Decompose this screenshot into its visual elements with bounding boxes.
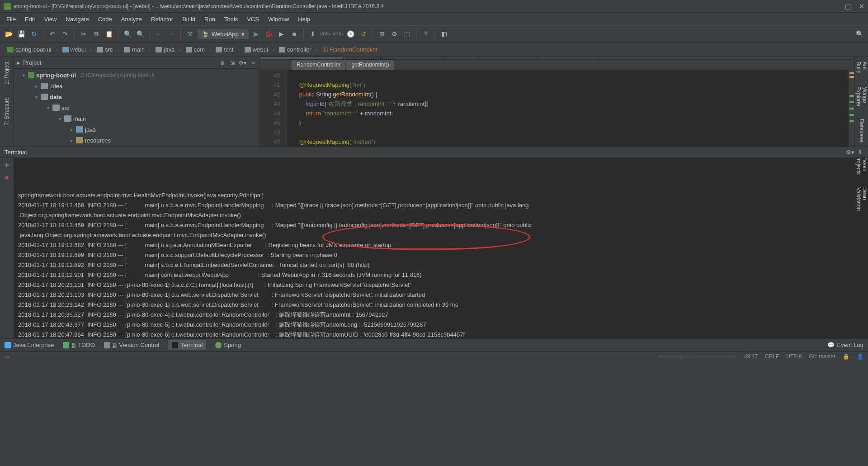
btn-version-control[interactable]: 9: Version Control <box>104 342 159 348</box>
code-content[interactable]: @RequestMapping("/int") public String ge… <box>287 70 848 147</box>
crumb-src[interactable]: src <box>94 45 115 54</box>
crumb-class-btn[interactable]: RandomController <box>292 60 345 70</box>
sync-icon[interactable]: ↻ <box>29 29 39 39</box>
crumb-java[interactable]: java <box>153 45 177 54</box>
menu-analyze[interactable]: Analyze <box>118 15 146 24</box>
cut-icon[interactable]: ✂ <box>79 29 89 39</box>
stop-icon[interactable]: ■ <box>289 29 299 39</box>
menu-run[interactable]: Run <box>201 15 219 24</box>
menu-view[interactable]: View <box>40 15 60 24</box>
window-title: spring-boot-ui - [D:\Git\repository\spri… <box>14 3 830 10</box>
crumb-class[interactable]: ⓒ RandomController <box>320 45 381 55</box>
file-encoding[interactable]: UTF-8 <box>786 353 802 360</box>
scroll-from-source-icon[interactable]: ⊚ <box>219 59 226 67</box>
app-icon <box>4 3 11 10</box>
tool-project[interactable]: 1: Project <box>3 60 11 86</box>
hide-icon[interactable]: ⇥ <box>249 59 256 67</box>
crumb-test[interactable]: test <box>213 45 236 54</box>
crumb-module[interactable]: webui <box>60 45 89 54</box>
minimize-button[interactable]: — <box>830 3 837 10</box>
project-dropdown-icon[interactable]: ▸ <box>17 59 20 66</box>
find-icon[interactable]: 🔍 <box>123 29 132 39</box>
terminal-sidebar: + × <box>0 158 14 338</box>
terminal-hide-icon[interactable]: ⇩ <box>856 149 863 156</box>
search-everywhere-icon[interactable]: 🔍 <box>854 29 864 39</box>
crumb-root[interactable]: spring-boot-ui <box>5 45 54 54</box>
copy-icon[interactable]: ⧉ <box>91 29 101 39</box>
status-extra-icon[interactable]: 👤 <box>857 353 863 360</box>
vcs-update-icon[interactable]: ⬇ <box>308 29 318 39</box>
tab-webuiapp[interactable]: WebuiApp.java× <box>538 57 600 59</box>
new-session-icon[interactable]: + <box>5 161 9 170</box>
paste-icon[interactable]: 📋 <box>104 29 114 39</box>
help-icon[interactable]: ? <box>421 29 431 39</box>
lock-icon[interactable]: 🔒 <box>843 353 849 360</box>
gear-icon[interactable]: ⚙▾ <box>239 59 246 67</box>
git-branch[interactable]: Git: master <box>809 353 835 360</box>
build-icon[interactable]: ⚒ <box>185 29 195 39</box>
close-button[interactable]: ✕ <box>859 3 864 10</box>
vcs-commit-icon[interactable]: VCS↓ <box>321 29 330 39</box>
btn-java-enterprise[interactable]: Java Enterprise <box>5 342 54 348</box>
tab-webui[interactable]: webui× <box>343 57 382 59</box>
terminal-output[interactable]: springframework.boot.actuate.endpoint.mv… <box>14 158 868 338</box>
menu-navigate[interactable]: Navigate <box>62 15 92 24</box>
run-config-selector[interactable]: 🍃 WebuiApp ▾ <box>198 29 249 39</box>
tool-ant[interactable]: Ant Build <box>854 60 868 76</box>
run-icon[interactable]: ▶ <box>251 29 261 39</box>
replace-icon[interactable]: 🔍 <box>135 29 145 39</box>
tab-spring-boot-ui[interactable]: spring-boot-ui× <box>478 57 538 59</box>
tool-structure[interactable]: 7: Structure <box>3 95 11 127</box>
tool-database[interactable]: Database <box>858 117 866 144</box>
back-icon[interactable]: ← <box>154 29 164 39</box>
menu-vcs[interactable]: VCS <box>243 15 263 24</box>
status-bar: ▭ https://blog.csdn.net/SmilePerShine 43… <box>0 351 868 361</box>
tab-random-controller[interactable]: RandomController.java× <box>260 57 343 59</box>
revert-icon[interactable]: ↺ <box>359 29 368 39</box>
crumb-main[interactable]: main <box>121 45 147 54</box>
structure-icon[interactable]: ⊞ <box>377 29 387 39</box>
crumb-webui[interactable]: webui <box>242 45 271 54</box>
vcs-push-icon[interactable]: VCS↑ <box>333 29 343 39</box>
redo-icon[interactable]: ↷ <box>60 29 70 39</box>
tab-application-yml[interactable]: application.yml× <box>382 57 443 59</box>
save-icon[interactable]: 💾 <box>16 29 26 39</box>
code-editor[interactable]: 4041424344454647 @RequestMapping("/int")… <box>260 70 854 147</box>
debug-icon[interactable]: 🐞 <box>264 29 274 39</box>
menu-file[interactable]: File <box>3 15 19 24</box>
menu-help[interactable]: Help <box>294 15 314 24</box>
status-icon[interactable]: ▭ <box>5 353 9 360</box>
jrebel-icon[interactable]: ◧ <box>439 29 449 39</box>
maximize-button[interactable]: ▢ <box>845 3 851 10</box>
history-icon[interactable]: 🕓 <box>346 29 356 39</box>
crumb-com[interactable]: com <box>183 45 208 54</box>
tool-mongo[interactable]: Mongo Explorer <box>854 85 868 109</box>
right-gutter: Ant Build Mongo Explorer Database Maven … <box>854 57 868 147</box>
project-tree[interactable]: ▾spring-boot-uiD:\Git\repository\spring-… <box>14 69 259 147</box>
btn-spring[interactable]: Spring <box>215 342 241 348</box>
menu-tools[interactable]: Tools <box>221 15 241 24</box>
close-session-icon[interactable]: × <box>5 174 9 182</box>
open-icon[interactable]: 📂 <box>4 29 14 39</box>
menu-refactor[interactable]: Refactor <box>147 15 177 24</box>
menu-build[interactable]: Build <box>179 15 199 24</box>
crumb-controller[interactable]: controller <box>276 45 314 54</box>
undo-icon[interactable]: ↶ <box>47 29 57 39</box>
menu-edit[interactable]: Edit <box>21 15 38 24</box>
error-stripe[interactable] <box>848 70 854 147</box>
tab-data[interactable]: data× <box>444 57 479 59</box>
caret-position[interactable]: 43:17 <box>744 353 758 360</box>
forward-icon[interactable]: → <box>166 29 176 39</box>
btn-terminal[interactable]: Terminal <box>168 340 206 350</box>
sdk-icon[interactable]: ⬚ <box>402 29 412 39</box>
coverage-icon[interactable]: ▶ <box>277 29 287 39</box>
btn-todo[interactable]: 6: TODO <box>63 342 95 348</box>
line-separator[interactable]: CRLF <box>765 353 779 360</box>
collapse-all-icon[interactable]: ⇲ <box>229 59 236 67</box>
terminal-settings-icon[interactable]: ⚙▾ <box>846 149 854 156</box>
menu-code[interactable]: Code <box>94 15 116 24</box>
settings-icon[interactable]: ⚙ <box>390 29 400 39</box>
btn-event-log[interactable]: 💬 Event Log <box>827 342 863 348</box>
menu-window[interactable]: Window <box>264 15 292 24</box>
crumb-method-btn[interactable]: getRandomInt() <box>346 60 394 70</box>
